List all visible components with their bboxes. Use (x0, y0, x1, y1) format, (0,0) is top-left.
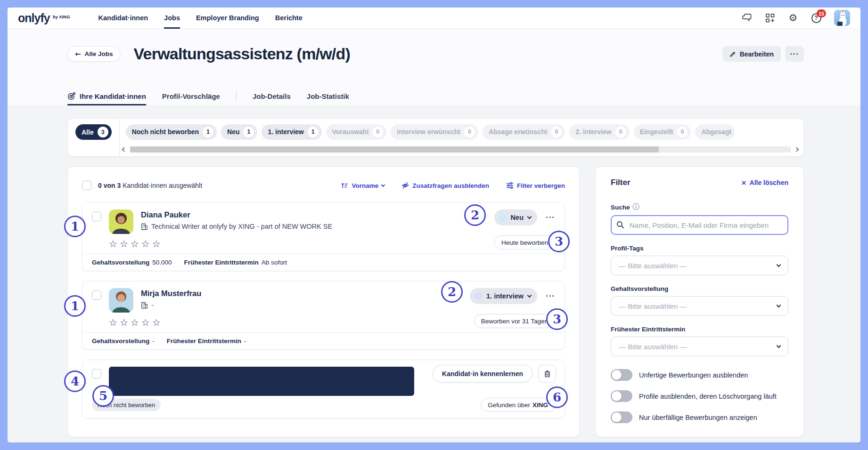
candidate-more-button[interactable]: ··· (546, 291, 555, 301)
candidate-checkbox[interactable] (92, 290, 101, 300)
candidate-name[interactable]: Diana Pauker (141, 210, 332, 219)
selection-summary: 0 von 3 Kandidat·innen ausgewählt (98, 182, 202, 189)
stage-label: 1. interview (268, 128, 303, 136)
scroll-right-icon[interactable] (793, 146, 800, 153)
stage-label: Alle (82, 129, 94, 136)
candidate-more-button[interactable]: ··· (546, 213, 555, 222)
tab-ihre-kandidatinnen[interactable]: Ihre Kandidat·innen (67, 92, 146, 105)
stage-pill-1-interview[interactable]: 1. interview1 (262, 124, 321, 140)
eintrittstermin-select[interactable]: — Bitte auswählen — (611, 337, 788, 356)
toggle-hide-deleting-profiles[interactable] (611, 390, 632, 402)
toggle-hide-unfinished-applications[interactable] (611, 369, 632, 381)
nav-item-berichte[interactable]: Berichte (275, 8, 303, 29)
candidate-checkbox[interactable] (92, 212, 101, 221)
scrollbar-thumb[interactable] (130, 146, 659, 153)
stage-count-badge: 1 (243, 127, 254, 137)
applied-date-badge: Beworben vor 31 Tagen (474, 314, 555, 328)
stage-scrollbar (120, 144, 803, 156)
candidate-name[interactable]: Mirja Musterfrau (141, 289, 201, 298)
status-dot (499, 214, 507, 221)
callout-4-sourced-card: 4 (64, 370, 86, 392)
scrollbar-track[interactable] (130, 146, 791, 153)
notification-badge: 15 (817, 9, 826, 17)
logo-text: onlyfy (18, 12, 50, 24)
nav-item-employer-branding[interactable]: Employer Branding (196, 8, 259, 29)
source-badge: Gefunden über XING (481, 398, 555, 412)
hide-questions-toggle[interactable]: Zusatzfragen ausblenden (401, 182, 489, 189)
search-icon (616, 221, 624, 229)
clear-all-filters-button[interactable]: × Alle löschen (742, 179, 788, 187)
stage-pill-row: Noch nicht beworben1 Neu1 1. interview1 … (120, 119, 803, 144)
stage-count-badge: 0 (372, 127, 383, 137)
selection-count: 0 von 3 (98, 182, 121, 189)
candidate-position: Technical Writer at onlyfy by XING - par… (151, 223, 332, 230)
select-placeholder: — Bitte auswählen — (619, 262, 687, 270)
callout-6-source-badge: 6 (546, 386, 568, 408)
stage-count-badge: 1 (203, 127, 213, 137)
tab-job-statistik[interactable]: Job-Statistik (307, 92, 349, 105)
status-dropdown[interactable]: Neu (494, 209, 537, 225)
sort-by-vorname[interactable]: Vorname (341, 182, 385, 189)
candidate-checkbox[interactable] (92, 369, 101, 378)
source-text: Gefunden über (488, 402, 530, 409)
stage-label: Absage erwünscht (489, 128, 547, 136)
job-tabs: Ihre Kandidat·innen Profil-Vorschläge Jo… (67, 91, 804, 105)
select-all-checkbox[interactable] (82, 181, 91, 190)
hide-filters-label: Filter verbergen (517, 182, 565, 189)
stage-pill-eingestellt: Eingestellt0 (634, 124, 691, 140)
stage-pill-alle[interactable]: Alle 3 (75, 124, 112, 140)
start-date-value: Ab sofort (262, 259, 287, 266)
edit-job-button[interactable]: Bearbeiten (722, 46, 781, 62)
status-label: 1. interview (486, 292, 524, 300)
stage-pill-neu[interactable]: Neu1 (221, 124, 257, 140)
toggle-label: Nur überfällige Bewerbungen anzeigen (639, 414, 757, 421)
job-more-actions-button[interactable]: ··· (785, 46, 804, 62)
gehaltsvorstellung-select[interactable]: — Bitte auswählen — (611, 296, 788, 316)
user-avatar[interactable] (834, 10, 850, 26)
salary-label: Gehaltsvorstellung (92, 338, 149, 345)
apps-grid-plus-icon[interactable] (765, 13, 775, 23)
candidate-row-anonymized: Kandidat·in kennenlernen (82, 360, 565, 418)
logo-byline: by XING (53, 14, 70, 19)
toggle-show-only-overdue[interactable] (611, 411, 632, 423)
rating-stars[interactable]: ☆☆☆☆☆ (109, 238, 555, 249)
nav-item-jobs[interactable]: Jobs (164, 8, 180, 29)
status-dot (475, 292, 482, 300)
tab-profil-vorschlaege[interactable]: Profil-Vorschläge (162, 92, 220, 105)
sort-ascending-icon (341, 182, 348, 189)
candidate-position: - (151, 301, 154, 309)
meet-candidate-button[interactable]: Kandidat·in kennenlernen (433, 365, 532, 383)
settings-gear-icon[interactable]: ⚙ (788, 13, 798, 23)
stage-pill-noch-nicht-beworben[interactable]: Noch nicht beworben1 (126, 124, 217, 140)
target-icon (67, 92, 75, 100)
close-icon: × (742, 179, 746, 187)
start-date-label: Frühester Eintrittstermin (167, 338, 241, 345)
stage-pill-interview-erwuenscht: Interview erwünscht0 (391, 124, 478, 140)
messages-icon[interactable] (742, 13, 752, 23)
callout-2-status-dropdown: 2 (464, 204, 486, 226)
selection-caption: Kandidat·innen ausgewählt (123, 182, 202, 189)
more-icon: ··· (790, 50, 799, 58)
start-date-value: - (244, 338, 246, 345)
nav-item-kandidatinnen[interactable]: Kandidat·innen (98, 8, 148, 29)
delete-candidate-button[interactable] (538, 365, 556, 383)
hide-filters-toggle[interactable]: Filter verbergen (506, 182, 565, 189)
search-input[interactable] (611, 215, 788, 235)
profil-tags-select[interactable]: — Bitte auswählen — (611, 256, 788, 275)
navbar-actions: ⚙ ? 15 (742, 10, 850, 26)
pipeline-stages-bar: Alle 3 Noch nicht beworben1 Neu1 1. inte… (67, 118, 804, 157)
status-dropdown[interactable]: 1. interview (470, 288, 537, 304)
stage-label: Neu (227, 128, 239, 136)
onlyfy-logo[interactable]: onlyfy by XING (18, 12, 70, 24)
candidate-avatar (109, 288, 133, 313)
info-icon: ⓘ (633, 203, 639, 211)
trash-icon (544, 370, 551, 378)
tab-job-details[interactable]: Job-Details (253, 92, 291, 105)
source-brand: XING (532, 402, 548, 409)
eintrittstermin-label: Frühester Eintrittstermin (611, 326, 788, 333)
help-icon[interactable]: ? 15 (811, 13, 821, 23)
callout-2-status-dropdown: 2 (441, 281, 463, 303)
scroll-left-icon[interactable] (121, 146, 128, 153)
callout-5-stage-badge: 5 (92, 385, 114, 407)
back-to-all-jobs-button[interactable]: ← Alle Jobs (67, 46, 121, 62)
